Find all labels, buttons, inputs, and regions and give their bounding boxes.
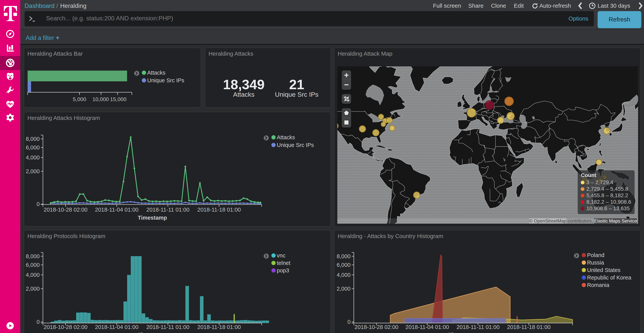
- svg-text:Republic of Korea: Republic of Korea: [587, 274, 631, 281]
- svg-text:2018-11-11 01:00: 2018-11-11 01:00: [456, 324, 500, 330]
- svg-text:United States: United States: [587, 267, 620, 273]
- svg-text:2018-11-11 01:00: 2018-11-11 01:00: [146, 207, 190, 213]
- svg-text:2018-11-18 01:00: 2018-11-18 01:00: [198, 207, 241, 213]
- svg-text:Attacks: Attacks: [147, 70, 166, 76]
- svg-text:Timestamp: Timestamp: [138, 332, 167, 333]
- svg-text:2,000: 2,000: [26, 286, 40, 292]
- svg-text:Timestamp: Timestamp: [138, 215, 167, 221]
- svg-text:Unique Src IPs: Unique Src IPs: [147, 77, 184, 84]
- svg-text:2018-11-18 01:00: 2018-11-18 01:00: [507, 324, 551, 330]
- svg-text:15,000: 15,000: [110, 96, 126, 102]
- svg-text:2018-11-04 01:00: 2018-11-04 01:00: [95, 207, 138, 213]
- svg-text:10,000: 10,000: [92, 96, 109, 102]
- svg-text:6,000: 6,000: [26, 144, 40, 151]
- svg-text:pop3: pop3: [277, 267, 289, 273]
- svg-text:Romania: Romania: [587, 282, 610, 288]
- svg-text:Attacks: Attacks: [277, 134, 295, 140]
- svg-text:2,000: 2,000: [336, 286, 350, 292]
- svg-text:6,000: 6,000: [336, 262, 350, 268]
- svg-text:2018-10-28 02:00: 2018-10-28 02:00: [44, 324, 88, 330]
- svg-text:0: 0: [36, 201, 40, 207]
- svg-text:telnet: telnet: [277, 260, 290, 266]
- svg-text:8,000: 8,000: [336, 253, 350, 259]
- svg-text:2018-11-04 01:00: 2018-11-04 01:00: [95, 324, 138, 330]
- svg-text:0: 0: [36, 319, 40, 325]
- svg-text:2018-10-28 02:00: 2018-10-28 02:00: [44, 207, 88, 213]
- svg-text:2018-10-28 02:00: 2018-10-28 02:00: [354, 324, 398, 330]
- svg-text:Timestamp: Timestamp: [448, 332, 478, 333]
- svg-text:5,000: 5,000: [73, 96, 86, 102]
- svg-text:2,000: 2,000: [26, 168, 40, 174]
- svg-text:2018-11-18 01:00: 2018-11-18 01:00: [198, 324, 241, 330]
- svg-text:vnc: vnc: [277, 252, 286, 259]
- svg-text:4,000: 4,000: [26, 154, 40, 161]
- svg-text:0: 0: [348, 319, 350, 325]
- svg-text:8,000: 8,000: [26, 136, 40, 142]
- svg-text:4,000: 4,000: [336, 272, 350, 278]
- svg-text:Russia: Russia: [587, 259, 604, 266]
- svg-text:2018-11-11 01:00: 2018-11-11 01:00: [146, 324, 190, 330]
- svg-text:4,000: 4,000: [26, 272, 40, 278]
- svg-text:Poland: Poland: [587, 252, 604, 258]
- svg-text:2018-11-04 01:00: 2018-11-04 01:00: [406, 324, 449, 330]
- svg-text:Unique Src IPs: Unique Src IPs: [277, 142, 314, 148]
- svg-text:6,000: 6,000: [26, 262, 40, 268]
- svg-text:8,000: 8,000: [26, 253, 40, 259]
